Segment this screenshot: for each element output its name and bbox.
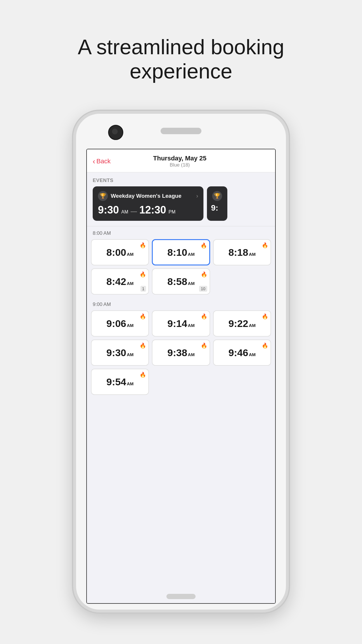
flame-icon-810: 🔥: [201, 242, 207, 249]
event-title-row: 🏆 Weekday Women's League: [98, 191, 181, 201]
screen: ‹ Back Thursday, May 25 Blue (18) EVENTS…: [86, 149, 276, 604]
slot-time-row-810: 8:10 AM: [167, 247, 194, 258]
slot-time-842: 8:42: [106, 276, 126, 287]
events-section-label: EVENTS: [87, 172, 275, 186]
slot-810[interactable]: 🔥 8:10 AM: [152, 239, 210, 265]
slot-badge-858: 10: [199, 286, 207, 292]
slot-time-row-858: 8:58 AM: [167, 276, 194, 287]
nav-subtitle: Blue (18): [153, 162, 206, 168]
nav-center: Thursday, May 25 Blue (18): [153, 155, 206, 168]
phone-shell: ‹ Back Thursday, May 25 Blue (18) EVENTS…: [73, 111, 289, 612]
slot-ampm-946: AM: [249, 352, 256, 357]
event-end-ampm: PM: [168, 209, 175, 215]
page-tagline-area: A streamlined booking experience: [64, 18, 298, 98]
slot-time-row-818: 8:18 AM: [229, 247, 256, 258]
slot-946[interactable]: 🔥 9:46 AM: [213, 340, 271, 366]
slot-time-row-906: 9:06 AM: [106, 318, 133, 329]
flame-icon-938: 🔥: [201, 342, 207, 349]
slot-time-800: 8:00: [106, 247, 126, 258]
slot-time-922: 9:22: [229, 318, 248, 329]
slot-858[interactable]: 🔥 8:58 AM 10: [152, 268, 210, 295]
slot-time-row-914: 9:14 AM: [167, 318, 194, 329]
flame-icon-914: 🔥: [201, 313, 207, 320]
slot-badge-842: 1: [140, 286, 146, 292]
slot-930[interactable]: 🔥 9:30 AM: [91, 340, 149, 366]
speaker: [161, 128, 201, 134]
slot-time-818: 8:18: [229, 247, 248, 258]
event-name: Weekday Women's League: [111, 193, 181, 199]
slot-ampm-930: AM: [127, 352, 133, 357]
trophy-icon: 🏆: [98, 191, 108, 201]
back-button[interactable]: ‹ Back: [93, 158, 111, 165]
slot-ampm-800: AM: [127, 252, 133, 257]
flame-icon-954: 🔥: [140, 372, 146, 378]
time-section-header-8am: 8:00 AM: [87, 226, 275, 239]
slot-time-row-922: 9:22 AM: [229, 318, 256, 329]
slot-ampm-810: AM: [188, 252, 194, 257]
slot-954[interactable]: 🔥 9:54 AM: [91, 369, 149, 395]
slot-ampm-914: AM: [188, 323, 194, 328]
flame-icon-946: 🔥: [262, 342, 268, 349]
slot-time-810: 8:10: [167, 247, 187, 258]
slot-ampm-842: AM: [127, 281, 133, 286]
event-card-header: 🏆 Weekday Women's League ›: [98, 191, 198, 201]
slot-time-row-946: 9:46 AM: [229, 347, 256, 358]
slot-842[interactable]: 🔥 8:42 AM 1: [91, 268, 149, 295]
slot-time-914: 9:14: [167, 318, 187, 329]
slot-914[interactable]: 🔥 9:14 AM: [152, 310, 210, 337]
event-start-time: 9:30: [98, 204, 119, 216]
slot-time-row-938: 9:38 AM: [167, 347, 194, 358]
slot-time-row-954: 9:54 AM: [106, 376, 133, 388]
event-start-ampm: AM: [121, 209, 128, 215]
time-section-header-9am: 9:00 AM: [87, 298, 275, 310]
camera: [108, 125, 123, 140]
back-label: Back: [96, 158, 111, 165]
slot-ampm-938: AM: [188, 352, 194, 357]
event-arrow-icon: ›: [196, 192, 198, 199]
event-dash: —: [131, 208, 137, 215]
event-card-1[interactable]: 🏆 9:: [207, 186, 227, 221]
flame-icon-818: 🔥: [262, 242, 268, 249]
slot-time-954: 9:54: [106, 376, 126, 388]
slot-ampm-954: AM: [127, 381, 133, 386]
nav-bar: ‹ Back Thursday, May 25 Blue (18): [87, 149, 275, 172]
events-row: 🏆 Weekday Women's League › 9:30 AM — 12:…: [87, 186, 275, 221]
slot-906[interactable]: 🔥 9:06 AM: [91, 310, 149, 337]
power-button: [288, 207, 289, 230]
slot-ampm-818: AM: [249, 252, 256, 257]
slot-time-938: 9:38: [167, 347, 187, 358]
slot-time-930: 9:30: [106, 347, 126, 358]
nav-title: Thursday, May 25: [153, 155, 206, 162]
slot-800[interactable]: 🔥 8:00 AM: [91, 239, 149, 265]
slot-time-858: 8:58: [167, 276, 187, 287]
slot-938[interactable]: 🔥 9:38 AM: [152, 340, 210, 366]
slots-grid-8am: 🔥 8:00 AM 🔥 8:10 AM 🔥: [87, 239, 275, 298]
flame-icon-922: 🔥: [262, 313, 268, 320]
slot-922[interactable]: 🔥 9:22 AM: [213, 310, 271, 337]
flame-icon-906: 🔥: [140, 313, 146, 320]
event-card-0[interactable]: 🏆 Weekday Women's League › 9:30 AM — 12:…: [93, 186, 203, 221]
event-end-time: 12:30: [139, 204, 166, 216]
event-partial-time: 9:: [211, 203, 223, 213]
volume-down-button: [73, 219, 74, 236]
slot-time-946: 9:46: [229, 347, 248, 358]
flame-icon-930: 🔥: [140, 342, 146, 349]
slot-818[interactable]: 🔥 8:18 AM: [213, 239, 271, 265]
slot-ampm-906: AM: [127, 323, 133, 328]
slot-time-906: 9:06: [106, 318, 126, 329]
flame-icon-858: 🔥: [201, 271, 207, 278]
trophy-icon-partial: 🏆: [212, 191, 222, 201]
volume-up-button: [73, 195, 74, 213]
back-chevron-icon: ‹: [93, 158, 95, 165]
home-indicator: [166, 594, 196, 599]
flame-icon-842: 🔥: [140, 271, 146, 278]
slots-grid-9am: 🔥 9:06 AM 🔥 9:14 AM 🔥: [87, 310, 275, 398]
slot-ampm-858: AM: [188, 281, 194, 286]
slot-time-row: 8:00 AM: [106, 247, 133, 258]
flame-icon-800: 🔥: [140, 242, 146, 249]
event-time: 9:30 AM — 12:30 PM: [98, 204, 198, 216]
slot-time-row-842: 8:42 AM: [106, 276, 133, 287]
page-title: A streamlined booking experience: [64, 35, 298, 83]
slot-time-row-930: 9:30 AM: [106, 347, 133, 358]
slot-ampm-922: AM: [249, 323, 256, 328]
